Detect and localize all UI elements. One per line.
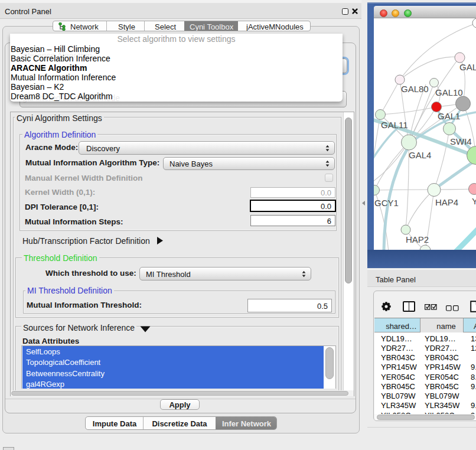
svg-text:GAL4: GAL4 bbox=[409, 150, 431, 160]
svg-text:SWI4: SWI4 bbox=[450, 136, 472, 146]
svg-text:GAL7: GAL7 bbox=[459, 62, 476, 72]
svg-text:HAP4: HAP4 bbox=[435, 197, 458, 207]
svg-text:GAL11: GAL11 bbox=[381, 120, 408, 130]
svg-text:GAL80: GAL80 bbox=[401, 84, 429, 94]
svg-text:GAL1: GAL1 bbox=[438, 111, 460, 121]
svg-text:HAP2: HAP2 bbox=[406, 234, 429, 244]
svg-text:Y: Y bbox=[472, 196, 476, 206]
svg-text:GCY1: GCY1 bbox=[374, 198, 399, 208]
svg-text:GAL10: GAL10 bbox=[435, 87, 463, 97]
